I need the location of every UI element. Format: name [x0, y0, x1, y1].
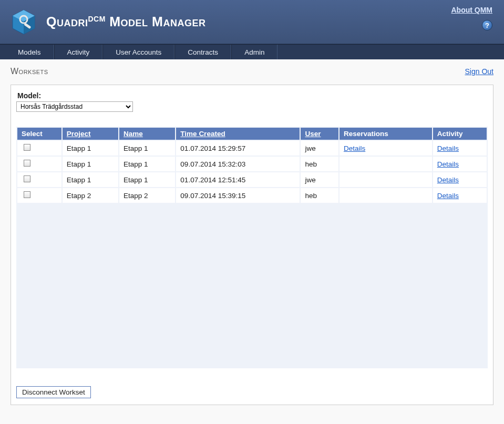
nav-admin[interactable]: Admin: [231, 45, 277, 59]
reservations-cell: [340, 172, 432, 187]
activity-details-link[interactable]: Details: [437, 176, 459, 184]
row-checkbox[interactable]: [24, 160, 30, 167]
app-header: QuadriDCM Model Manager About QMM ?: [0, 0, 504, 44]
col-time[interactable]: Time Created: [176, 128, 300, 140]
user-cell: heb: [301, 157, 338, 171]
activity-details-link[interactable]: Details: [437, 160, 459, 168]
activity-cell: Details: [433, 141, 487, 156]
model-label: Model:: [16, 91, 488, 100]
time-cell: 01.07.2014 12:51:45: [176, 172, 300, 187]
select-cell: [17, 141, 61, 156]
col-reservations: Reservations: [340, 128, 432, 140]
table-row: Etapp 2Etapp 209.07.2014 15:39:15hebDeta…: [17, 188, 487, 203]
reservations-cell: Details: [340, 141, 432, 156]
project-cell: Etapp 1: [63, 157, 118, 171]
user-cell: jwe: [301, 172, 338, 187]
col-user[interactable]: User: [301, 128, 338, 140]
activity-cell: Details: [433, 188, 487, 203]
header-right: About QMM ?: [451, 5, 492, 30]
sub-header: Worksets Sign Out: [0, 59, 504, 81]
col-activity: Activity: [433, 128, 487, 140]
worksets-table: Select Project Name Time Created User Re…: [16, 127, 488, 204]
row-checkbox[interactable]: [24, 191, 30, 198]
project-cell: Etapp 1: [63, 141, 118, 156]
reservation-details-link[interactable]: Details: [344, 144, 365, 152]
activity-cell: Details: [433, 172, 487, 187]
help-icon[interactable]: ?: [482, 20, 492, 30]
table-row: Etapp 1Etapp 101.07.2014 12:51:45jweDeta…: [17, 172, 487, 187]
user-cell: jwe: [301, 141, 338, 156]
nav-user-accounts[interactable]: User Accounts: [102, 45, 174, 59]
select-cell: [17, 157, 61, 171]
app-logo-icon: [11, 9, 37, 35]
nav-activity[interactable]: Activity: [54, 45, 103, 59]
main-panel: Model: Horsås Trädgårdsstad Select Proje…: [11, 85, 493, 405]
col-name[interactable]: Name: [119, 128, 175, 140]
name-cell: Etapp 1: [119, 141, 175, 156]
activity-details-link[interactable]: Details: [437, 192, 459, 200]
row-checkbox[interactable]: [24, 144, 30, 151]
table-row: Etapp 1Etapp 109.07.2014 15:32:03hebDeta…: [17, 157, 487, 171]
nav-models[interactable]: Models: [5, 45, 54, 59]
signout-link[interactable]: Sign Out: [465, 67, 493, 76]
project-cell: Etapp 2: [63, 188, 118, 203]
select-cell: [17, 172, 61, 187]
page-title: Worksets: [11, 67, 48, 76]
time-cell: 01.07.2014 15:29:57: [176, 141, 300, 156]
about-link[interactable]: About QMM: [451, 6, 492, 14]
col-project[interactable]: Project: [63, 128, 118, 140]
nav-bar: Models Activity User Accounts Contracts …: [0, 44, 504, 59]
select-cell: [17, 188, 61, 203]
reservations-cell: [340, 157, 432, 171]
activity-cell: Details: [433, 157, 487, 171]
table-row: Etapp 1Etapp 101.07.2014 15:29:57jweDeta…: [17, 141, 487, 156]
time-cell: 09.07.2014 15:32:03: [176, 157, 300, 171]
row-checkbox[interactable]: [24, 175, 30, 182]
nav-contracts[interactable]: Contracts: [174, 45, 231, 59]
time-cell: 09.07.2014 15:39:15: [176, 188, 300, 203]
name-cell: Etapp 1: [119, 172, 175, 187]
table-scroll[interactable]: Select Project Name Time Created User Re…: [16, 127, 488, 368]
app-title: QuadriDCM Model Manager: [46, 14, 205, 29]
model-select[interactable]: Horsås Trädgårdsstad: [16, 101, 133, 112]
activity-details-link[interactable]: Details: [437, 144, 459, 152]
user-cell: heb: [301, 188, 338, 203]
reservations-cell: [340, 188, 432, 203]
project-cell: Etapp 1: [63, 172, 118, 187]
name-cell: Etapp 2: [119, 188, 175, 203]
col-select: Select: [17, 128, 61, 140]
name-cell: Etapp 1: [119, 157, 175, 171]
disconnect-workset-button[interactable]: Disconnect Workset: [16, 386, 91, 398]
